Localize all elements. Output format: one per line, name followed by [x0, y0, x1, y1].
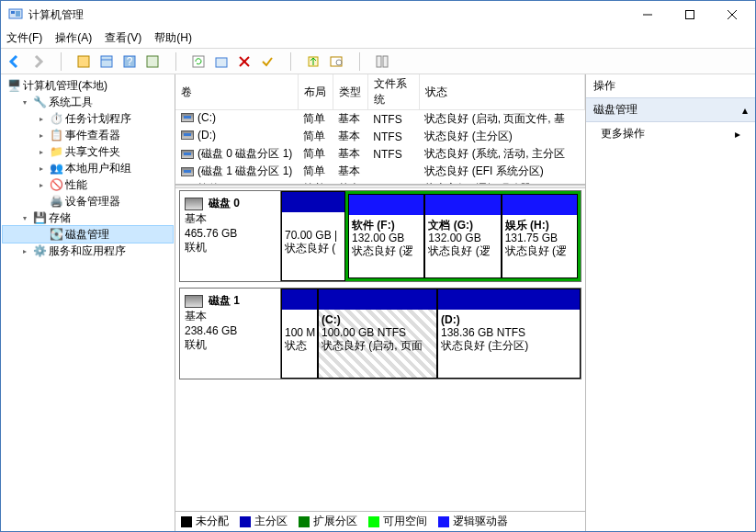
toolbar-icon[interactable] [326, 51, 346, 72]
toolbar-icon[interactable] [303, 51, 323, 72]
svg-rect-7 [78, 56, 89, 67]
menu-view[interactable]: 查看(V) [105, 30, 141, 46]
window-title: 计算机管理 [28, 7, 626, 23]
chevron-right-icon: ▸ [735, 128, 740, 141]
delete-icon[interactable] [234, 51, 254, 72]
toolbar-icon[interactable] [96, 51, 117, 72]
svg-rect-8 [101, 56, 112, 67]
refresh-icon[interactable] [188, 51, 209, 72]
volume-icon [181, 185, 194, 186]
menu-file[interactable]: 文件(F) [6, 30, 42, 46]
svg-rect-2 [16, 11, 20, 17]
volume-icon [181, 167, 194, 176]
volume-row[interactable]: 软件 (F:)简单基本NTFS状态良好 (逻辑驱动器) [175, 180, 585, 185]
tree-item[interactable]: ▸🚫性能 [3, 176, 173, 193]
volume-row[interactable]: (D:)简单基本NTFS状态良好 (主分区) [175, 128, 585, 145]
svg-rect-21 [383, 56, 388, 67]
col-type[interactable]: 类型 [333, 74, 367, 110]
tree-system-tools[interactable]: ▾🔧系统工具 [3, 94, 173, 110]
volume-icon [181, 150, 194, 159]
more-actions[interactable]: 更多操作 ▸ [586, 122, 755, 145]
close-button[interactable] [711, 2, 753, 28]
col-layout[interactable]: 布局 [298, 74, 333, 110]
app-icon [8, 7, 23, 22]
col-fs[interactable]: 文件系统 [367, 74, 419, 110]
disk-1[interactable]: 磁盘 1 基本 238.46 GB 联机 100 M状态 (C:)100.00 … [179, 288, 581, 379]
partition[interactable]: 70.00 GB |状态良好 ( [281, 191, 345, 281]
toolbar-icon[interactable]: ? [119, 51, 140, 72]
toolbar-icon[interactable] [211, 51, 231, 72]
nav-tree[interactable]: 🖥️计算机管理(本地) ▾🔧系统工具 ▸⏱️任务计划程序 ▸📋事件查看器 ▸📁共… [1, 74, 175, 531]
legend: 未分配 主分区 扩展分区 可用空间 逻辑驱动器 [175, 511, 585, 531]
svg-rect-14 [216, 58, 227, 67]
actions-pane: 操作 磁盘管理 ▴ 更多操作 ▸ [586, 74, 755, 531]
disk-info: 磁盘 1 基本 238.46 GB 联机 [180, 289, 281, 379]
svg-text:?: ? [127, 55, 133, 68]
tree-item[interactable]: ▸📋事件查看器 [3, 127, 173, 143]
disk-0[interactable]: 磁盘 0 基本 465.76 GB 联机 70.00 GB |状态良好 ( [179, 190, 581, 282]
actions-header: 操作 [586, 74, 755, 97]
disk-icon [185, 198, 203, 210]
col-status[interactable]: 状态 [419, 74, 584, 110]
tree-storage[interactable]: ▾💾存储 [3, 209, 173, 226]
tree-item[interactable]: ▸⏱️任务计划程序 [3, 110, 173, 127]
volume-row[interactable]: (磁盘 0 磁盘分区 1)简单基本NTFS状态良好 (系统, 活动, 主分区 [175, 145, 585, 163]
partition-f[interactable]: 软件 (F:)132.00 GB状态良好 (逻 [348, 194, 424, 278]
toolbar-icon[interactable] [73, 51, 94, 72]
partition-g[interactable]: 文档 (G:)132.00 GB状态良好 (逻 [424, 194, 501, 278]
menu-help[interactable]: 帮助(H) [154, 30, 192, 46]
volume-row[interactable]: (C:)简单基本NTFS状态良好 (启动, 页面文件, 基 [175, 110, 585, 129]
volume-list[interactable]: 卷 布局 类型 文件系统 状态 (C:)简单基本NTFS状态良好 (启动, 页面… [175, 74, 585, 185]
tree-services[interactable]: ▸⚙️服务和应用程序 [3, 243, 173, 259]
forward-button[interactable] [28, 51, 48, 72]
extended-partition[interactable]: 软件 (F:)132.00 GB状态良好 (逻 文档 (G:)132.00 GB… [345, 191, 581, 281]
menu-action[interactable]: 操作(A) [55, 30, 92, 46]
toolbar-icon[interactable] [372, 51, 392, 72]
svg-rect-20 [377, 56, 381, 67]
tree-item[interactable]: ▸👥本地用户和组 [3, 160, 173, 176]
partition-d[interactable]: (D:)138.36 GB NTFS状态良好 (主分区) [437, 289, 581, 379]
svg-rect-1 [11, 11, 15, 14]
disk-info: 磁盘 0 基本 465.76 GB 联机 [180, 191, 281, 281]
partition-c[interactable]: (C:)100.00 GB NTFS状态良好 (启动, 页面 [318, 289, 437, 379]
svg-rect-12 [147, 56, 158, 67]
maximize-button[interactable] [669, 2, 711, 28]
tree-root[interactable]: 🖥️计算机管理(本地) [3, 77, 173, 94]
tree-disk-management[interactable]: 💽磁盘管理 [3, 226, 173, 243]
minimize-button[interactable] [626, 2, 669, 28]
volume-icon [181, 113, 194, 122]
toolbar-icon[interactable] [257, 51, 277, 72]
volume-icon [181, 130, 194, 140]
col-volume[interactable]: 卷 [175, 74, 298, 110]
tree-item[interactable]: ▸📁共享文件夹 [3, 143, 173, 160]
svg-rect-13 [193, 56, 204, 67]
partition-h[interactable]: 娱乐 (H:)131.75 GB状态良好 (逻 [502, 194, 578, 278]
tree-item[interactable]: 🖨️设备管理器 [3, 193, 173, 209]
disk-icon [185, 295, 203, 308]
actions-section[interactable]: 磁盘管理 ▴ [586, 97, 755, 122]
svg-rect-4 [686, 11, 694, 19]
volume-row[interactable]: (磁盘 1 磁盘分区 1)简单基本状态良好 (EFI 系统分区) [175, 163, 585, 180]
toolbar-icon[interactable] [142, 51, 163, 72]
partition[interactable]: 100 M状态 [281, 289, 318, 379]
back-button[interactable] [5, 51, 25, 72]
collapse-icon[interactable]: ▴ [742, 104, 748, 117]
